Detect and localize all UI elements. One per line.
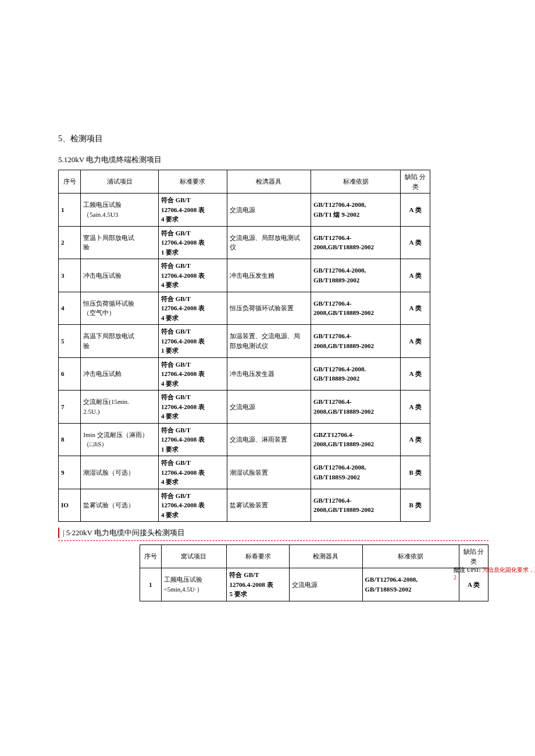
cell-instr: 恒压负荷循环试验装置: [227, 292, 311, 325]
cell-instr: 潮湿试脸装置: [227, 456, 311, 489]
cell-req: 符合 GB/T12706.4-2008 表1 要求: [158, 325, 227, 358]
cell-defect: A 类: [401, 325, 430, 358]
th-item: 浦试项目: [81, 170, 159, 194]
cell-instr: 交流电源、淋雨装置: [227, 423, 311, 456]
th-instr: 检测器具: [289, 545, 362, 568]
cell-item: 盐雾试验（可选）: [81, 489, 159, 522]
cell-seq: 4: [59, 292, 81, 325]
cell-req: 符合 GB/T12706.4-2008 表4 要求: [158, 489, 227, 522]
table-row: 3冲击电压试验符合 GB/T12706.4-2008 表4 要求冲击电压发生贿G…: [59, 259, 430, 292]
th-req: 标春要求: [227, 545, 289, 568]
th-defect: 缺陷 分类: [459, 545, 488, 568]
cell-basis: GB/T12706.4-2008,GB/T1 烟 9-2002: [311, 194, 400, 227]
cell-item: 潮湿试脸（可选）: [81, 456, 159, 489]
cell-basis: GB/T12706.4-2008,GB/T18889-2002: [311, 292, 400, 325]
table-row: 8Imin 交流耐压（淋雨）（□JiS）符合 GB/T12706.4-2008 …: [59, 423, 430, 456]
cell-seq: 2: [59, 226, 81, 259]
table-5-1: 序号 浦试项目 标准要求 检漓器具 标准依据 缺陷 分类 1工频电压试脸（5ai…: [58, 170, 430, 522]
cell-instr: 冲击电压发生器: [227, 357, 311, 390]
cell-basis: GB/T12706.4-2008,GB/T18889-2002: [311, 489, 400, 522]
cell-basis: GB/T12706.4-2008,GB/T188S9-2002: [311, 456, 400, 489]
cell-instr: 交流电源、局部放电测试仪: [227, 226, 311, 259]
cell-defect: B 类: [401, 456, 430, 489]
cell-seq: IO: [59, 489, 81, 522]
th-instr: 检漓器具: [227, 170, 311, 194]
comment-label: 批注 UPi1:: [454, 567, 481, 573]
table-row: 4恒压负荷循环试验（空气中）符合 GB/T12706.4-2008 表4 要求恒…: [59, 292, 430, 325]
cell-defect: B 类: [401, 489, 430, 522]
cell-item: 工频电压试脸（5ain.4.5U3: [81, 194, 159, 227]
table-row: 5高温下局部放电试验符合 GB/T12706.4-2008 表1 要求加温装置、…: [59, 325, 430, 358]
table-5-2: 序号 窝试项目 标春要求 检测器具 标准依据 缺陷 分类 1工频电压试验<5mi…: [140, 544, 488, 601]
cell-item: 恒压负荷循环试验（空气中）: [81, 292, 159, 325]
cell-item: 室温卜局部放电试验: [81, 226, 159, 259]
cell-instr: 交流电源: [227, 194, 311, 227]
section-5-2-wrap: | 5·220kV 电力电缆中间接头检测项目: [58, 528, 434, 538]
cell-basis: GBZT12706.4-2008,GB/T18889-2002: [311, 423, 400, 456]
th-req: 标准要求: [158, 170, 227, 194]
cell-seq: 1: [140, 568, 162, 601]
table-row: 9潮湿试脸（可选）符合 GB/T12706.4-2008 表4 要求潮湿试脸装置…: [59, 456, 430, 489]
th-basis: 标准依据: [311, 170, 400, 194]
table-header-row: 序号 浦试项目 标准要求 检漓器具 标准依据 缺陷 分类: [59, 170, 430, 194]
cell-req: 符合 GB/T12706.4-2008 表4 要求: [158, 456, 227, 489]
cell-req: 符合 GB/T12706.4-2008 表5 要求: [227, 568, 289, 601]
table-row: 1工频电压试脸（5ain.4.5U3符合 GB/T12706.4-2008 表4…: [59, 194, 430, 227]
cell-instr: 盐雾试验装置: [227, 489, 311, 522]
cell-basis: GB/T12706.4-2008,GB/T18889-2002: [311, 259, 400, 292]
cell-seq: 3: [59, 259, 81, 292]
th-seq: 序号: [140, 545, 162, 568]
th-item: 窝试项目: [161, 545, 227, 568]
cell-req: 符合 GB/T12706.4-2008 表4 要求: [158, 259, 227, 292]
cell-defect: A 类: [401, 423, 430, 456]
cell-item: 冲击电压试验: [81, 259, 159, 292]
cell-defect: A 类: [401, 259, 430, 292]
section-5-2-heading: | 5·220kV 电力电缆中间接头检测项目: [63, 528, 434, 538]
cell-req: 符合 GB/T12706.4-2008 表1 要求: [158, 423, 227, 456]
th-defect: 缺陷 分类: [401, 170, 430, 194]
section-5-1-heading: 5.120kV 电力电缆终端检测项目: [58, 155, 454, 165]
th-basis: 标准依据: [362, 545, 459, 568]
cell-defect: A 类: [401, 194, 430, 227]
table-row: 7交流耐压(15min.2.5U.)符合 GB/T12706.4-2008 表4…: [59, 390, 430, 424]
table-row: 1工频电压试验<5min,4.5U·）符合 GB/T12706.4-2008 表…: [140, 568, 488, 601]
cell-item: 交流耐压(15min.2.5U.): [81, 390, 159, 424]
cell-req: 符合 GB/T12706.4-2008 表4 要求: [158, 292, 227, 325]
cell-instr: 交流电源: [289, 568, 362, 601]
cell-defect: A 类: [401, 226, 430, 259]
cell-item: 冲击电压试舱: [81, 357, 159, 390]
cell-seq: 8: [59, 423, 81, 456]
cell-basis: GB/T12706.4-2008,GB/T18889-2002: [311, 390, 400, 424]
cell-defect: A 类: [401, 357, 430, 390]
cell-req: 符合 GB/T12706.4-2008 表4 要求: [158, 390, 227, 424]
table-row: IO盐雾试验（可选）符合 GB/T12706.4-2008 表4 要求盐雾试验装…: [59, 489, 430, 522]
cell-instr: 加温装置、交流电源、局部放电测试仪: [227, 325, 311, 358]
cell-instr: 冲击电压发生贿: [227, 259, 311, 292]
cell-instr: 交流电源: [227, 390, 311, 424]
cell-seq: 6: [59, 357, 81, 390]
revision-line: [58, 540, 488, 541]
comment-annotation: 批注 UPi1: 为信息化固化要求，建议将本标准拆分为 2 份标准: [454, 566, 535, 590]
cell-seq: 1: [59, 194, 81, 227]
cell-basis: GB/T12706.4-2008,GB/T18889-2002: [311, 325, 400, 358]
cell-req: 符合 GB/T12706.4-2008 表4 要求: [158, 357, 227, 390]
cell-req: 符合 GB/T12706.4-2008 表4 要求: [158, 194, 227, 227]
cell-seq: 9: [59, 456, 81, 489]
cell-item: 工频电压试验<5min,4.5U·）: [161, 568, 227, 601]
table-row: 2室温卜局部放电试验符合 GB/T12706.4-2008 表1 要求交流电源、…: [59, 226, 430, 259]
cell-defect: A 类: [401, 292, 430, 325]
table-header-row: 序号 窝试项目 标春要求 检测器具 标准依据 缺陷 分类: [140, 545, 488, 568]
cell-basis: GB/T12706.4-2008,GB/T188S9-2002: [362, 568, 459, 601]
cell-req: 符合 GB/T12706.4-2008 表1 要求: [158, 226, 227, 259]
cell-seq: 7: [59, 390, 81, 424]
comment-continuation: 份标准: [454, 582, 535, 590]
table-row: 6冲击电压试舱符合 GB/T12706.4-2008 表4 要求冲击电压发生器G…: [59, 357, 430, 390]
cell-basis: GB/T12706.4-2008.GB/T18889-2002: [311, 357, 400, 390]
cell-item: Imin 交流耐压（淋雨）（□JiS）: [81, 423, 159, 456]
cell-basis: GB/T12706.4-2008,GB/T18889-2002: [311, 226, 400, 259]
th-seq: 序号: [59, 170, 81, 194]
section-5-heading: 5、检测项目: [58, 134, 454, 144]
cell-seq: 5: [59, 325, 81, 358]
cell-defect: A 类: [401, 390, 430, 424]
cell-item: 高温下局部放电试验: [81, 325, 159, 358]
